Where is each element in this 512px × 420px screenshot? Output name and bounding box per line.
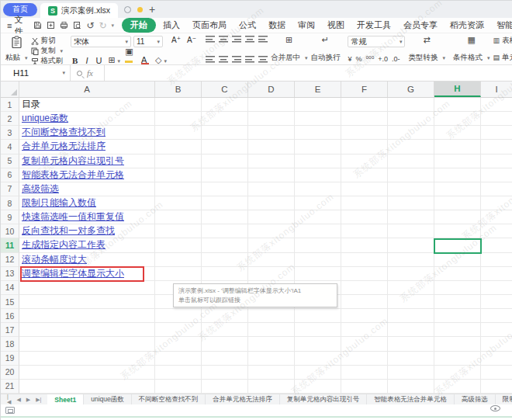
cell-C2[interactable] (202, 112, 248, 126)
align-left-icon[interactable] (206, 56, 215, 63)
document-tab[interactable]: S 演示案例.xlsx (40, 3, 118, 18)
cell-E16[interactable] (295, 309, 341, 323)
align-middle-icon[interactable] (219, 36, 228, 43)
table-style-button[interactable]: ▥ 表格样式▾ (493, 36, 512, 46)
prev-sheet-icon[interactable]: ◀ (16, 397, 20, 403)
cell-G2[interactable] (388, 112, 434, 126)
cell-B9[interactable] (155, 210, 202, 224)
cell-D1[interactable] (248, 98, 295, 112)
cell-C8[interactable] (202, 196, 248, 210)
zoom-formula-icon[interactable] (77, 71, 82, 76)
cell-E8[interactable] (295, 196, 341, 210)
cell-link-text[interactable]: 复制单元格内容出现引号 (22, 154, 124, 168)
cell-I7[interactable] (481, 182, 512, 196)
increase-indent-icon[interactable] (258, 36, 268, 43)
sheet-tab-2[interactable]: 不间断空格查找不到 (132, 394, 206, 404)
decrease-font-button[interactable]: A⁻ (185, 36, 198, 44)
cell-F4[interactable] (341, 140, 388, 154)
cell-F8[interactable] (341, 196, 388, 210)
cell-E3[interactable] (295, 126, 341, 140)
cell-A9[interactable]: 快速筛选唯一值和重复值 (19, 210, 155, 224)
menu-tab-7[interactable]: 开发工具 (351, 18, 396, 33)
distribute-icon[interactable] (258, 56, 268, 63)
cell-I5[interactable] (481, 154, 512, 168)
italic-button[interactable]: I (84, 56, 89, 65)
sheet-tab-5[interactable]: 智能表格无法合并单元格 (367, 394, 455, 404)
cell-B6[interactable] (155, 168, 202, 182)
cell-G14[interactable] (388, 281, 434, 295)
cell-H15[interactable] (434, 295, 481, 309)
new-tab-button[interactable]: + (149, 4, 155, 15)
cell-H9[interactable] (434, 210, 481, 224)
cell-B1[interactable] (155, 98, 202, 112)
menu-tab-10[interactable]: 智能工具箱 (491, 18, 512, 33)
cell-B5[interactable] (155, 154, 202, 168)
cell-H14[interactable] (434, 281, 481, 295)
cell-H5[interactable] (434, 154, 481, 168)
cell-B18[interactable] (155, 337, 202, 351)
menu-tab-1[interactable]: 插入 (157, 18, 185, 33)
percent-format-button[interactable]: % (355, 55, 362, 63)
cell-C16[interactable] (202, 309, 248, 323)
cell-C4[interactable] (202, 140, 248, 154)
cell-H3[interactable] (434, 126, 481, 140)
cell-D18[interactable] (248, 337, 295, 351)
cell-C17[interactable] (202, 323, 248, 337)
redo-icon[interactable]: ↻ (99, 20, 106, 31)
cell-D21[interactable] (248, 380, 295, 394)
cell-H21[interactable] (434, 380, 481, 394)
cell-A16[interactable] (19, 309, 155, 323)
cell-E19[interactable] (295, 352, 341, 366)
copy-button[interactable]: 复制▾ (31, 46, 64, 56)
cell-D10[interactable] (248, 224, 295, 238)
cell-H8[interactable] (434, 196, 481, 210)
row-header-12[interactable]: 12 (1, 253, 19, 267)
eye-protection-icon[interactable] (490, 405, 500, 411)
cell-E13[interactable] (295, 267, 341, 281)
currency-format-button[interactable]: ¥ (348, 55, 351, 63)
cell-E11[interactable] (295, 238, 341, 252)
row-header-16[interactable]: 16 (1, 309, 19, 323)
cell-G15[interactable] (388, 295, 434, 309)
cell-A14[interactable] (19, 281, 155, 295)
cell-E7[interactable] (295, 182, 341, 196)
cell-link-text[interactable]: 限制只能输入数值 (22, 196, 96, 210)
increase-decimal-button[interactable]: +.0 (378, 55, 388, 63)
decrease-decimal-button[interactable]: .0- (392, 55, 400, 63)
borders-button[interactable]: ⊞▾ (108, 56, 120, 64)
cell-E21[interactable] (295, 380, 341, 394)
cell-F16[interactable] (341, 309, 388, 323)
column-header-D[interactable]: D (248, 82, 295, 97)
cell-I4[interactable] (481, 140, 512, 154)
cell-B12[interactable] (155, 253, 202, 267)
menu-tab-9[interactable]: 稻壳资源 (445, 18, 490, 33)
cell-B13[interactable] (155, 267, 202, 281)
menu-tab-4[interactable]: 数据 (263, 18, 291, 33)
insert-function-button[interactable]: fx (87, 68, 93, 78)
underline-button[interactable]: U (94, 56, 103, 65)
cell-D8[interactable] (248, 196, 295, 210)
row-header-14[interactable]: 14 (1, 281, 19, 295)
cell-F19[interactable] (341, 352, 388, 366)
print-preview-icon[interactable] (73, 21, 81, 30)
cell-F9[interactable] (341, 210, 388, 224)
column-header-E[interactable]: E (295, 82, 341, 97)
cell-A15[interactable] (19, 295, 155, 309)
cell-B3[interactable] (155, 126, 202, 140)
cell-C3[interactable] (202, 126, 248, 140)
cell-F21[interactable] (341, 380, 388, 394)
cell-D4[interactable] (248, 140, 295, 154)
sheet-tab-1[interactable]: unique函数 (84, 394, 132, 404)
align-top-icon[interactable] (206, 36, 215, 43)
cell-F18[interactable] (341, 337, 388, 351)
cell-C6[interactable] (202, 168, 248, 182)
cell-G8[interactable] (388, 196, 434, 210)
align-right-icon[interactable] (232, 56, 241, 63)
cell-C12[interactable] (202, 253, 248, 267)
number-format-select[interactable]: 常规▾ (348, 36, 405, 47)
menu-tab-0[interactable]: 开始 (122, 18, 156, 33)
cell-A3[interactable]: 不间断空格查找不到 (19, 126, 155, 140)
cell-C20[interactable] (202, 366, 248, 380)
cell-D13[interactable] (248, 267, 295, 281)
cell-G20[interactable] (388, 366, 434, 380)
